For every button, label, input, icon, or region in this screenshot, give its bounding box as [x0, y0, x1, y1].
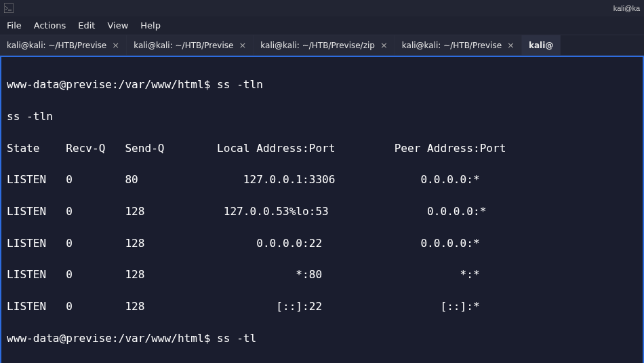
terminal-pane[interactable]: www-data@previse:/var/www/html$ ss -tln …	[0, 56, 644, 363]
titlebar-right-text: kali@ka	[613, 4, 640, 12]
tab-label: kali@	[529, 41, 553, 50]
tab-5[interactable]: kali@	[522, 35, 561, 55]
tab-1[interactable]: kali@kali: ~/HTB/Previse ×	[0, 35, 127, 55]
table-header: State Recv-Q Send-Q Local Address:Port P…	[7, 140, 637, 156]
tab-label: kali@kali: ~/HTB/Previse	[402, 41, 502, 50]
menu-view[interactable]: View	[107, 20, 128, 31]
window-titlebar: kali@ka	[0, 0, 644, 16]
menu-file[interactable]: File	[7, 20, 22, 31]
menu-edit[interactable]: Edit	[78, 20, 95, 31]
table-row: LISTEN 0 80 127.0.0.1:3306 0.0.0.0:*	[7, 172, 637, 187]
output-line: ss -tln	[7, 109, 637, 124]
menu-actions[interactable]: Actions	[34, 20, 66, 31]
svg-rect-0	[4, 3, 14, 13]
close-icon[interactable]: ×	[507, 40, 515, 50]
close-icon[interactable]: ×	[380, 40, 388, 50]
tab-bar: kali@kali: ~/HTB/Previse × kali@kali: ~/…	[0, 35, 644, 56]
terminal-icon	[4, 3, 14, 13]
tab-4[interactable]: kali@kali: ~/HTB/Previse ×	[395, 35, 522, 55]
table-row: LISTEN 0 128 [::]:22 [::]:*	[7, 299, 637, 314]
table-row: LISTEN 0 128 127.0.0.53%lo:53 0.0.0.0:*	[7, 204, 637, 219]
close-icon[interactable]: ×	[112, 40, 119, 50]
menu-help[interactable]: Help	[140, 20, 161, 31]
command-text: ss -tln	[217, 78, 263, 91]
menubar: File Actions Edit View Help	[0, 16, 644, 35]
tab-2[interactable]: kali@kali: ~/HTB/Previse ×	[127, 35, 254, 55]
close-icon[interactable]: ×	[239, 40, 246, 50]
table-row: LISTEN 0 128 0.0.0.0:22 0.0.0.0:*	[7, 235, 637, 251]
tab-label: kali@kali: ~/HTB/Previse	[7, 41, 106, 50]
tab-label: kali@kali: ~/HTB/Previse	[134, 41, 233, 50]
tab-3[interactable]: kali@kali: ~/HTB/Previse/zip ×	[254, 35, 395, 55]
prompt-line: www-data@previse:/var/www/html$ ss -tl	[7, 330, 637, 346]
prompt: www-data@previse:/var/www/html$	[7, 332, 217, 345]
command-text: ss -tl	[217, 332, 256, 345]
prompt: www-data@previse:/var/www/html$	[7, 78, 217, 91]
table-row: LISTEN 0 128 *:80 *:*	[7, 267, 637, 282]
prompt-line: www-data@previse:/var/www/html$ ss -tln	[7, 77, 637, 92]
tab-label: kali@kali: ~/HTB/Previse/zip	[260, 41, 375, 50]
